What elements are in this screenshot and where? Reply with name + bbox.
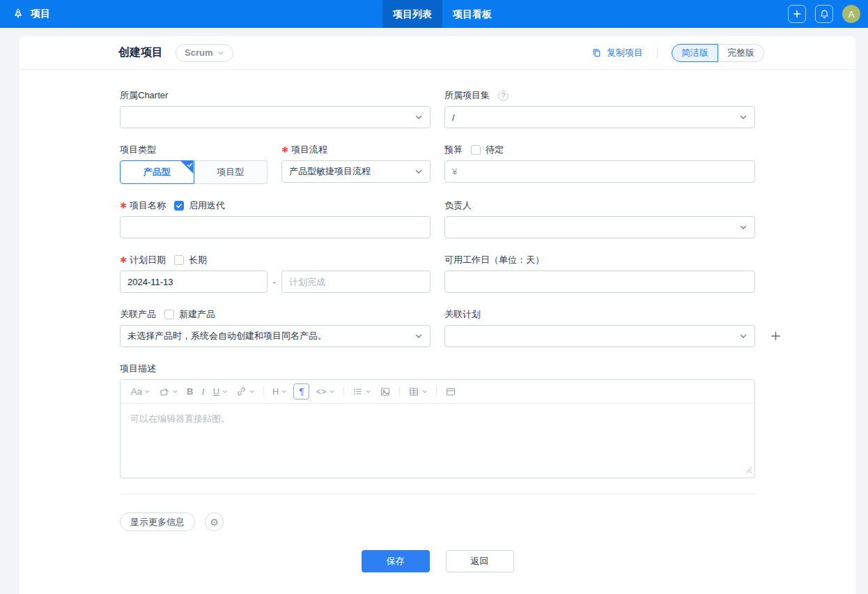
field-owner: 负责人 xyxy=(444,199,755,238)
underline-button[interactable]: U xyxy=(209,383,232,400)
table-button[interactable] xyxy=(404,383,432,400)
plus-icon xyxy=(792,9,802,19)
divider xyxy=(263,387,264,397)
new-product-checkbox[interactable]: 新建产品 xyxy=(164,308,215,321)
currency-symbol: ¥ xyxy=(452,167,457,177)
view-toggle-simple[interactable]: 简洁版 xyxy=(672,44,718,62)
copy-project-button[interactable]: 复制项目 xyxy=(591,47,643,59)
plan-date-range: - xyxy=(120,271,431,293)
view-toggle-full[interactable]: 完整版 xyxy=(718,44,764,62)
rich-text-editor: Aa B I U xyxy=(120,379,755,478)
text-color-button[interactable] xyxy=(155,383,183,400)
plan-begin-input[interactable] xyxy=(120,271,268,293)
budget-label: 预算 xyxy=(444,144,463,156)
list-button[interactable] xyxy=(348,383,375,400)
help-icon[interactable]: ? xyxy=(498,91,509,101)
workdays-label: 可用工作日（单位：天） xyxy=(444,254,544,266)
description-label: 项目描述 xyxy=(120,363,156,375)
field-plan: 关联计划 xyxy=(444,308,755,347)
charter-select[interactable] xyxy=(120,106,431,128)
divider xyxy=(436,387,437,397)
panel-button[interactable] xyxy=(441,383,460,400)
app-home[interactable]: 项目 xyxy=(0,8,50,20)
paragraph-button[interactable]: ¶ xyxy=(293,383,309,399)
rocket-icon xyxy=(12,8,24,20)
field-charter: 所属Charter xyxy=(120,89,431,128)
budget-input-wrap: ¥ xyxy=(444,160,755,183)
tab-project-list[interactable]: 项目列表 xyxy=(382,0,442,28)
link-icon xyxy=(236,386,247,397)
program-label: 所属项目集 xyxy=(444,89,490,102)
chevron-down-icon xyxy=(365,388,371,395)
heading-icon: H xyxy=(272,386,279,397)
checkbox-checked-icon xyxy=(174,201,184,211)
plan-select[interactable] xyxy=(444,325,755,347)
budget-pending-label: 待定 xyxy=(486,144,504,156)
program-value: / xyxy=(452,112,455,123)
back-button[interactable]: 返回 xyxy=(446,550,514,572)
process-select[interactable]: 产品型敏捷项目流程 xyxy=(281,160,431,183)
save-button[interactable]: 保存 xyxy=(362,550,430,572)
card-header: 创建项目 Scrum 复制项目 简洁版 完整版 xyxy=(20,36,855,70)
font-style-button[interactable]: Aa xyxy=(127,383,155,400)
italic-icon: I xyxy=(201,386,204,397)
image-button[interactable] xyxy=(375,383,395,400)
product-select[interactable]: 未选择产品时，系统会自动创建和项目同名产品。 xyxy=(120,325,431,347)
page-title: 创建项目 xyxy=(118,45,163,60)
program-select[interactable]: / xyxy=(444,106,755,128)
checkbox-unchecked-icon xyxy=(471,145,481,155)
field-process: ✱项目流程 产品型敏捷项目流程 xyxy=(281,144,431,184)
process-label: ✱项目流程 xyxy=(281,144,327,156)
copy-icon xyxy=(591,47,602,58)
avatar[interactable]: A xyxy=(842,5,860,23)
editor-placeholder: 可以在编辑器直接贴图。 xyxy=(130,413,230,424)
project-name-label: ✱项目名称 xyxy=(120,199,166,212)
framework-selector[interactable]: Scrum xyxy=(176,44,233,62)
code-button[interactable]: <> xyxy=(311,383,339,400)
longterm-label: 长期 xyxy=(189,254,207,266)
project-type-project[interactable]: 项目型 xyxy=(194,160,268,184)
product-label: 关联产品 xyxy=(120,308,156,321)
chevron-down-icon xyxy=(739,113,747,121)
code-icon: <> xyxy=(316,386,326,397)
project-type-product[interactable]: 产品型 xyxy=(120,160,194,184)
charter-label: 所属Charter xyxy=(120,89,168,102)
heading-button[interactable]: H xyxy=(268,383,291,400)
budget-pending-checkbox[interactable]: 待定 xyxy=(471,144,504,156)
tab-project-kanban[interactable]: 项目看板 xyxy=(442,0,502,28)
italic-button[interactable]: I xyxy=(197,383,208,400)
chevron-down-icon xyxy=(172,388,178,395)
copy-project-label: 复制项目 xyxy=(607,47,643,59)
workdays-input[interactable] xyxy=(444,271,755,293)
notifications-button[interactable] xyxy=(815,5,833,23)
longterm-checkbox[interactable]: 长期 xyxy=(174,254,207,266)
editor-content[interactable]: 可以在编辑器直接贴图。 xyxy=(121,404,754,478)
bold-icon: B xyxy=(187,386,193,397)
plan-end-input[interactable] xyxy=(281,271,431,293)
form-actions: 保存 返回 xyxy=(120,550,755,572)
create-button[interactable] xyxy=(788,5,806,23)
project-type-project-label: 项目型 xyxy=(217,166,244,178)
settings-button[interactable]: ⚙ xyxy=(205,512,224,531)
show-more-button[interactable]: 显示更多信息 xyxy=(120,512,195,531)
resize-handle-icon[interactable] xyxy=(745,465,752,475)
add-plan-button[interactable] xyxy=(770,331,781,342)
owner-select[interactable] xyxy=(444,216,755,238)
new-product-label: 新建产品 xyxy=(179,308,215,321)
paragraph-icon: ¶ xyxy=(299,386,304,397)
link-button[interactable] xyxy=(232,383,259,400)
project-name-input[interactable] xyxy=(120,216,431,238)
bold-button[interactable]: B xyxy=(183,383,197,400)
chevron-down-icon xyxy=(414,113,423,121)
required-mark: ✱ xyxy=(120,201,127,211)
budget-input[interactable] xyxy=(461,161,747,182)
chevron-down-icon xyxy=(739,223,747,231)
create-project-card: 创建项目 Scrum 复制项目 简洁版 完整版 xyxy=(20,36,855,594)
font-style-icon: Aa xyxy=(131,386,142,397)
project-type-product-label: 产品型 xyxy=(144,166,171,178)
bell-icon xyxy=(819,9,830,20)
iteration-label: 启用迭代 xyxy=(189,199,225,212)
iteration-checkbox[interactable]: 启用迭代 xyxy=(174,199,225,212)
divider xyxy=(657,47,658,59)
view-toggle: 简洁版 完整版 xyxy=(672,44,764,62)
